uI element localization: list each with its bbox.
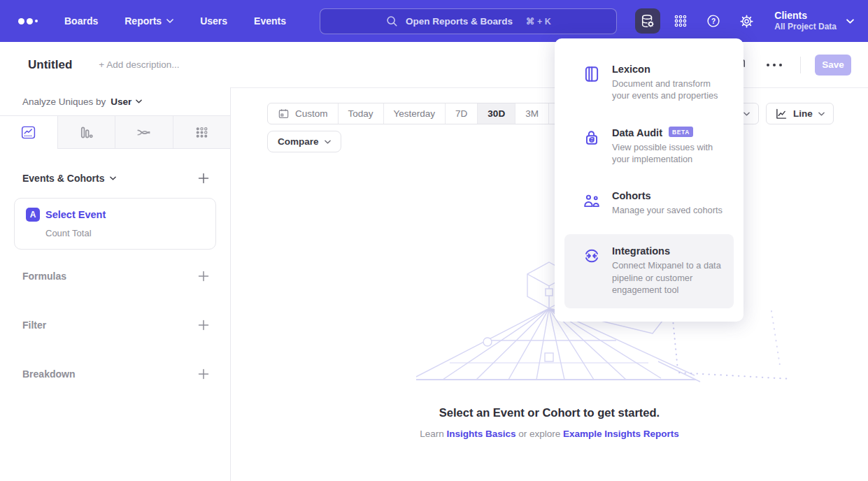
events-cohorts-header[interactable]: Events & Cohorts [22,173,116,184]
project-switcher[interactable]: Clients All Project Data [774,10,854,33]
lexicon-book-icon [583,65,601,83]
nav-item-label: Boards [64,15,98,27]
analyze-by-label: Analyze Uniques by [22,96,106,107]
date-range-30d-selected[interactable]: 30D [477,103,515,124]
page-title[interactable]: Untitled [28,58,72,72]
global-search[interactable]: Open Reports & Boards ⌘ + K [320,8,617,34]
menu-item-data-audit[interactable]: Data Audit BETA View possible issues wit… [564,120,734,174]
select-event-button[interactable]: Select Event [45,209,106,220]
integrations-sync-icon [583,247,601,265]
date-range-label: 30D [488,108,505,119]
tab-flow-chart[interactable] [115,116,173,149]
date-range-custom[interactable]: Custom [268,103,338,124]
add-breakdown-button[interactable] [198,368,209,380]
menu-item-integrations[interactable]: Integrations Connect Mixpanel to a data … [564,234,734,308]
date-range-label: 3M [525,108,539,119]
nav-item-label: Events [254,15,286,27]
query-builder-sidebar: Analyze Uniques by User [0,87,231,481]
beta-badge: BETA [669,127,693,137]
menu-item-title: Cohorts [612,190,651,201]
data-management-button[interactable] [635,8,660,34]
add-filter-button[interactable] [198,320,209,331]
chart-style-button[interactable]: Line [766,103,834,124]
data-management-menu: Lexicon Document and transform your even… [555,38,744,322]
event-badge: A [26,208,40,222]
plus-icon [198,173,209,184]
logo-dot [35,20,38,22]
date-range-today[interactable]: Today [338,103,383,124]
nav-item-label: Reports [124,15,162,27]
menu-item-lexicon[interactable]: Lexicon Document and transform your even… [564,57,734,110]
add-description-field[interactable]: + Add description... [99,59,179,70]
mixpanel-logo[interactable] [18,18,43,24]
nav-links: Boards Reports Users Events [64,15,286,27]
svg-text:?: ? [711,17,716,25]
data-audit-icon [583,129,601,147]
apps-grid-icon [673,13,688,29]
breakdown-section: Breakdown [0,360,230,388]
empty-state: Select an Event or Cohort to get started… [231,406,868,439]
logo-dot [27,18,33,24]
menu-item-title: Lexicon [612,64,650,75]
settings-button[interactable] [734,8,759,34]
menu-item-description: Manage your saved cohorts [612,204,723,216]
date-range-label: Today [348,108,373,119]
example-insights-reports-link[interactable]: Example Insights Reports [563,429,679,439]
nav-item-users[interactable]: Users [200,15,227,27]
menu-item-description: Connect Mixpanel to a data pipeline or c… [612,259,724,296]
line-chart-tab-icon [20,124,36,141]
date-range-yesterday[interactable]: Yesterday [383,103,446,124]
org-name: Clients [774,10,837,22]
tab-bar-chart[interactable] [57,116,115,149]
chart-type-tabs [0,115,230,149]
empty-state-title: Select an Event or Cohort to get started… [231,406,868,419]
date-range-label: Custom [295,108,328,119]
chevron-down-icon [744,112,750,116]
chevron-down-icon [846,19,854,24]
apps-grid-button[interactable] [668,8,693,34]
chevron-down-icon [325,140,331,144]
mixpanel-insights-app: Boards Reports Users Events Open Reports… [0,0,868,481]
events-cohorts-label: Events & Cohorts [22,173,104,184]
empty-state-learn-prefix: Learn [420,429,444,439]
add-event-button[interactable] [198,173,209,184]
plus-icon [198,271,209,282]
logo-dot [18,18,24,24]
formulas-label: Formulas [22,271,66,282]
events-cohorts-section: Events & Cohorts [0,164,230,192]
search-shortcut: ⌘ + K [526,16,551,27]
menu-item-title: Data Audit [612,127,662,138]
analyze-by-selector[interactable]: User [111,96,142,107]
more-options-button[interactable] [764,58,785,72]
metric-grid-tab-icon [194,124,210,141]
tab-line-chart[interactable] [0,116,57,149]
compare-button[interactable]: Compare [267,131,341,152]
add-formula-button[interactable] [198,271,209,282]
event-card[interactable]: A Select Event Count Total [14,198,216,250]
event-metric[interactable]: Count Total [45,228,204,238]
menu-item-title: Integrations [612,245,670,257]
nav-item-events[interactable]: Events [254,15,286,27]
nav-item-boards[interactable]: Boards [64,15,98,27]
tab-metric-grid[interactable] [173,116,231,149]
cohorts-users-icon [583,192,601,210]
insights-basics-link[interactable]: Insights Basics [446,429,515,439]
nav-item-label: Users [200,15,227,27]
date-range-label: 7D [455,108,467,119]
menu-item-cohorts[interactable]: Cohorts Manage your saved cohorts [564,183,734,224]
save-button[interactable]: Save [815,55,851,76]
top-navigation: Boards Reports Users Events Open Reports… [0,0,868,42]
date-range-7d[interactable]: 7D [445,103,477,124]
formulas-section: Formulas [0,262,230,290]
line-chart-icon [775,108,788,120]
bar-chart-tab-icon [78,124,94,141]
report-canvas: Custom Today Yesterday 7D 30D 3M 6M Comp… [231,87,868,481]
date-range-3m[interactable]: 3M [515,103,548,124]
calendar-icon [278,108,290,120]
filter-label: Filter [22,320,46,331]
plus-icon [198,320,209,331]
date-range-control: Custom Today Yesterday 7D 30D 3M 6M [267,103,583,124]
chevron-down-icon [818,112,825,116]
help-button[interactable]: ? [701,8,726,34]
nav-item-reports[interactable]: Reports [124,15,173,27]
